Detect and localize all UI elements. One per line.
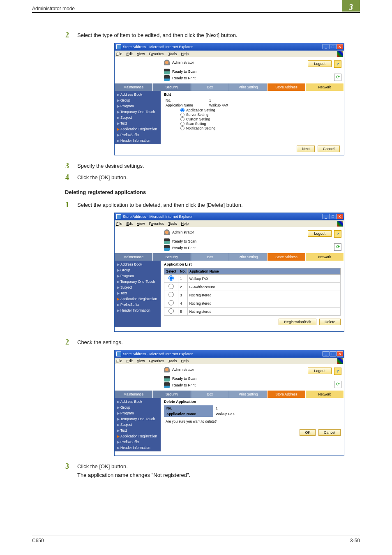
- tab-store-address[interactable]: Store Address: [267, 391, 306, 398]
- radio-server-setting[interactable]: [180, 113, 184, 117]
- logout-button[interactable]: Logout: [308, 230, 332, 237]
- menu-tools[interactable]: Tools: [168, 52, 177, 56]
- sidebar-item-header-info[interactable]: ▶Header Information: [115, 308, 161, 313]
- sidebar-item-address-book[interactable]: ▶Address Book: [115, 92, 161, 97]
- tab-maintenance[interactable]: Maintenance: [115, 253, 153, 261]
- tab-network[interactable]: Network: [306, 83, 344, 91]
- sidebar-item-prefix-suffix[interactable]: ▶Prefix/Suffix: [115, 302, 161, 308]
- refresh-button[interactable]: ⟳: [334, 381, 341, 388]
- menu-edit[interactable]: Edit: [127, 222, 133, 226]
- radio-custom-setting[interactable]: [180, 117, 184, 121]
- sidebar-item-header-info[interactable]: ▶Header Information: [115, 138, 161, 143]
- menu-view[interactable]: View: [137, 222, 145, 226]
- sidebar-item-app-registration[interactable]: ▶Application Registration: [115, 296, 161, 302]
- radio-scan-setting[interactable]: [180, 122, 184, 126]
- sidebar-item-program[interactable]: ▶Program: [115, 103, 161, 109]
- cancel-button[interactable]: Cancel: [318, 429, 341, 436]
- logout-button[interactable]: Logout: [308, 60, 332, 67]
- no-value: 1: [213, 405, 341, 411]
- tab-print[interactable]: Print Setting: [229, 391, 267, 398]
- menu-file[interactable]: File: [116, 222, 122, 226]
- tab-security[interactable]: Security: [153, 83, 191, 91]
- sidebar-item-temp-onetouch[interactable]: ▶Temporary One-Touch: [115, 279, 161, 284]
- tab-network[interactable]: Network: [306, 391, 344, 398]
- row-select[interactable]: [168, 292, 174, 297]
- sidebar-item-app-registration[interactable]: ▶Application Registration: [115, 433, 161, 439]
- tab-box[interactable]: Box: [191, 253, 229, 261]
- cancel-button[interactable]: Cancel: [318, 146, 340, 152]
- maximize-button[interactable]: □: [330, 44, 336, 49]
- sidebar-item-text[interactable]: ▶Text: [115, 428, 161, 433]
- menu-favorites[interactable]: Favorites: [149, 222, 164, 226]
- maximize-button[interactable]: □: [330, 351, 336, 356]
- tab-maintenance[interactable]: Maintenance: [115, 391, 153, 398]
- menu-tools[interactable]: Tools: [168, 359, 177, 363]
- close-button[interactable]: ✕: [337, 44, 343, 49]
- sidebar-item-header-info[interactable]: ▶Header Information: [115, 445, 161, 451]
- sidebar-item-prefix-suffix[interactable]: ▶Prefix/Suffix: [115, 132, 161, 138]
- maximize-button[interactable]: □: [330, 214, 336, 219]
- tab-security[interactable]: Security: [153, 391, 191, 398]
- tab-box[interactable]: Box: [191, 391, 229, 398]
- tab-store-address[interactable]: Store Address: [267, 253, 306, 261]
- sidebar-item-group[interactable]: ▶Group: [115, 97, 161, 103]
- person-icon: [164, 229, 170, 235]
- minimize-button[interactable]: _: [323, 44, 329, 49]
- close-button[interactable]: ✕: [337, 351, 343, 356]
- ok-button[interactable]: OK: [300, 429, 316, 436]
- menu-edit[interactable]: Edit: [127, 52, 133, 56]
- sidebar-item-subject[interactable]: ▶Subject: [115, 422, 161, 428]
- tab-box[interactable]: Box: [191, 83, 229, 91]
- registration-edit-button[interactable]: Registration/Edit: [279, 319, 316, 325]
- sidebar-item-temp-onetouch[interactable]: ▶Temporary One-Touch: [115, 416, 161, 422]
- help-button[interactable]: ?: [334, 368, 341, 375]
- tab-network[interactable]: Network: [306, 253, 344, 261]
- sidebar-item-address-book[interactable]: ▶Address Book: [115, 399, 161, 405]
- sidebar-item-program[interactable]: ▶Program: [115, 410, 161, 416]
- no-label: No.: [164, 405, 213, 411]
- menu-file[interactable]: File: [116, 52, 122, 56]
- sidebar-item-text[interactable]: ▶Text: [115, 120, 161, 126]
- sidebar-item-address-book[interactable]: ▶Address Book: [115, 261, 161, 267]
- menu-file[interactable]: File: [116, 359, 122, 363]
- sidebar-item-group[interactable]: ▶Group: [115, 267, 161, 273]
- tab-security[interactable]: Security: [153, 253, 191, 261]
- menu-tools[interactable]: Tools: [168, 222, 177, 226]
- delete-button[interactable]: Delete: [319, 319, 341, 325]
- radio-notification-setting[interactable]: [180, 126, 184, 130]
- help-button[interactable]: ?: [334, 60, 341, 68]
- sidebar-item-prefix-suffix[interactable]: ▶Prefix/Suffix: [115, 439, 161, 445]
- menu-view[interactable]: View: [137, 359, 145, 363]
- minimize-button[interactable]: _: [323, 351, 329, 356]
- close-button[interactable]: ✕: [337, 214, 343, 219]
- sidebar-item-text[interactable]: ▶Text: [115, 290, 161, 296]
- sidebar-item-program[interactable]: ▶Program: [115, 273, 161, 279]
- sidebar-item-group[interactable]: ▶Group: [115, 405, 161, 410]
- refresh-button[interactable]: ⟳: [334, 74, 341, 81]
- menu-favorites[interactable]: Favorites: [149, 52, 164, 56]
- tab-print[interactable]: Print Setting: [229, 83, 267, 91]
- refresh-button[interactable]: ⟳: [334, 243, 341, 251]
- next-button[interactable]: Next: [297, 146, 315, 152]
- logout-button[interactable]: Logout: [308, 368, 332, 374]
- menu-edit[interactable]: Edit: [127, 359, 133, 363]
- menu-view[interactable]: View: [137, 52, 145, 56]
- radio-application-setting[interactable]: [180, 108, 184, 112]
- row-select[interactable]: [168, 284, 174, 289]
- menu-help[interactable]: Help: [181, 52, 189, 56]
- minimize-button[interactable]: _: [323, 214, 329, 219]
- menu-help[interactable]: Help: [181, 359, 189, 363]
- help-button[interactable]: ?: [334, 230, 341, 238]
- sidebar-item-subject[interactable]: ▶Subject: [115, 284, 161, 290]
- menu-help[interactable]: Help: [181, 222, 189, 226]
- row-select[interactable]: [168, 300, 174, 305]
- tab-maintenance[interactable]: Maintenance: [115, 83, 153, 91]
- sidebar-item-temp-onetouch[interactable]: ▶Temporary One-Touch: [115, 109, 161, 115]
- sidebar-item-subject[interactable]: ▶Subject: [115, 115, 161, 120]
- menu-favorites[interactable]: Favorites: [149, 359, 164, 363]
- row-select[interactable]: [168, 275, 174, 281]
- row-select[interactable]: [168, 308, 174, 314]
- tab-print[interactable]: Print Setting: [229, 253, 267, 261]
- tab-store-address[interactable]: Store Address: [267, 83, 306, 91]
- sidebar-item-app-registration[interactable]: ▶Application Registration: [115, 126, 161, 132]
